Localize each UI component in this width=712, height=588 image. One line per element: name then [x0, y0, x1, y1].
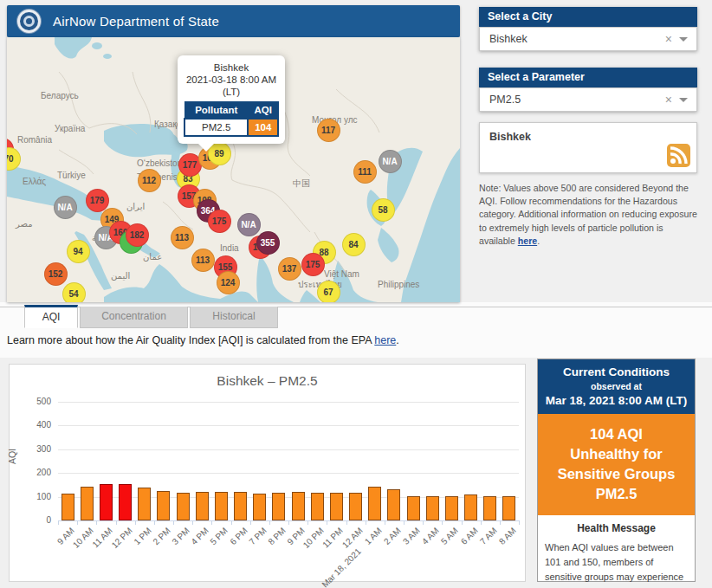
chart-x-tick — [116, 520, 117, 525]
chart-bar[interactable] — [119, 484, 132, 520]
map-marker[interactable]: 113 — [191, 249, 215, 272]
chart-bar[interactable] — [253, 494, 266, 520]
map-marker[interactable]: 94 — [67, 240, 90, 263]
tab-aqi[interactable]: AQI — [24, 305, 78, 328]
city-select[interactable]: Bishkek × — [479, 27, 697, 51]
chart-y-tick-label: 300 — [22, 444, 51, 454]
map-marker[interactable]: 182 — [126, 223, 149, 247]
clear-icon[interactable]: × — [658, 32, 679, 46]
chart-bar[interactable] — [138, 488, 151, 520]
parameter-select[interactable]: PM2.5 × — [479, 87, 697, 112]
chart-bar[interactable] — [157, 491, 170, 520]
chart-bar[interactable] — [349, 493, 362, 520]
chart-bar[interactable] — [483, 496, 496, 520]
health-message-text: When AQI values are between 101 and 150,… — [545, 540, 688, 588]
chart-x-tick — [404, 520, 405, 525]
feed-city-label: Bishkek — [480, 123, 696, 143]
aqi-chart: Bishkek – PM2.5 AQI 01002003004005009 AM… — [9, 364, 526, 582]
popup-col-pollutant: Pollutant — [184, 102, 248, 120]
chart-bar[interactable] — [100, 484, 113, 520]
chart-x-tick — [423, 520, 424, 525]
chevron-down-icon[interactable] — [679, 98, 688, 102]
chart-x-tick — [173, 520, 174, 525]
chart-x-tick — [135, 520, 136, 525]
note-text: Note: Values above 500 are considered Be… — [479, 182, 697, 248]
chart-bar[interactable] — [215, 492, 228, 520]
rss-icon[interactable] — [667, 144, 690, 167]
chart-x-category-label: 10 PM — [301, 526, 326, 550]
map-marker[interactable]: 67 — [317, 281, 340, 303]
chart-bar[interactable] — [81, 487, 94, 520]
chart-bar[interactable] — [407, 496, 420, 520]
map-marker[interactable]: 179 — [86, 189, 109, 212]
chart-x-tick — [481, 520, 482, 525]
chart-bar[interactable] — [292, 492, 305, 520]
chart-y-tick-label: 200 — [22, 468, 51, 477]
chart-x-tick — [346, 520, 347, 525]
chart-x-category-label: 12 PM — [109, 526, 133, 550]
map-marker[interactable]: N/A — [237, 213, 261, 236]
chart-y-tick-label: 400 — [22, 420, 51, 430]
chart-x-category-label: 2 AM — [382, 526, 403, 546]
chart-bar[interactable] — [502, 496, 515, 520]
map-marker[interactable]: 111 — [353, 160, 377, 184]
chart-gridline — [58, 425, 519, 426]
tab-concentration[interactable]: Concentration — [80, 307, 188, 328]
map-marker[interactable]: N/A — [379, 150, 402, 173]
map-marker[interactable]: 152 — [44, 262, 68, 286]
chart-x-category-label: 1 AM — [363, 526, 384, 546]
tab-historical[interactable]: Historical — [190, 307, 278, 328]
chart-x-tick — [192, 520, 193, 525]
chart-x-category-label: 8 PM — [266, 526, 287, 546]
map-marker[interactable]: 112 — [138, 169, 161, 192]
observed-datetime: Mar 18, 2021 8:00 AM (LT) — [541, 394, 691, 407]
map-marker[interactable]: 137 — [278, 257, 301, 281]
map-marker[interactable]: 175 — [301, 253, 325, 276]
current-conditions-card: Current Conditions observed at Mar 18, 2… — [537, 359, 696, 582]
map-marker[interactable]: 58 — [372, 198, 395, 222]
chart-bar[interactable] — [272, 493, 285, 520]
chart-bar[interactable] — [464, 494, 477, 520]
map-marker[interactable]: 355 — [256, 231, 280, 255]
map-marker[interactable]: 84 — [342, 233, 366, 256]
map-country-label: عمان — [143, 252, 162, 262]
chart-bar[interactable] — [330, 493, 343, 520]
chevron-down-icon[interactable] — [679, 37, 688, 42]
map-country-label: Ελλάς — [23, 177, 46, 186]
app-header: AirNow Department of State — [7, 5, 460, 37]
map-marker[interactable]: 175 — [208, 210, 231, 233]
map-marker[interactable]: 124 — [217, 271, 240, 294]
chart-y-tick-label: 0 — [22, 515, 51, 525]
clear-icon[interactable]: × — [658, 93, 679, 107]
map-country-label: Philippines — [378, 280, 419, 289]
chart-bar[interactable] — [196, 492, 209, 520]
chart-x-category-label: 2 PM — [151, 526, 172, 546]
map-marker[interactable]: N/A — [54, 196, 77, 219]
chart-bar[interactable] — [445, 496, 458, 520]
parameter-select-value: PM2.5 — [480, 94, 658, 106]
chart-bar[interactable] — [234, 492, 247, 520]
map-country-label: ایران — [126, 202, 145, 211]
chart-bar[interactable] — [387, 489, 400, 520]
chart-bar[interactable] — [177, 493, 190, 520]
note-here-link[interactable]: here — [518, 236, 537, 246]
chart-gridline — [58, 449, 519, 450]
map-marker[interactable]: 117 — [317, 119, 340, 142]
chart-x-tick — [307, 520, 308, 525]
chart-bar[interactable] — [368, 487, 381, 520]
chart-x-category-label: 12 AM — [340, 526, 365, 550]
chart-x-tick — [366, 520, 366, 525]
chart-bar[interactable] — [61, 494, 74, 520]
chart-x-tick — [77, 520, 78, 525]
chart-x-tick — [211, 520, 212, 525]
map-country-label: 中国 — [293, 178, 310, 190]
map-marker[interactable]: 54 — [62, 282, 86, 303]
aqi-map[interactable]: БеларусьУкраїнаRomâniaҚазақстанOʻzbekist… — [7, 37, 460, 302]
chart-bar[interactable] — [311, 493, 324, 520]
app-title: AirNow Department of State — [53, 14, 219, 29]
popup-col-aqi: AQI — [248, 102, 278, 120]
learn-more-here-link[interactable]: here — [374, 334, 396, 346]
chart-y-axis-label: AQI — [7, 449, 17, 464]
map-marker[interactable]: 113 — [171, 226, 194, 249]
chart-bar[interactable] — [426, 496, 439, 520]
